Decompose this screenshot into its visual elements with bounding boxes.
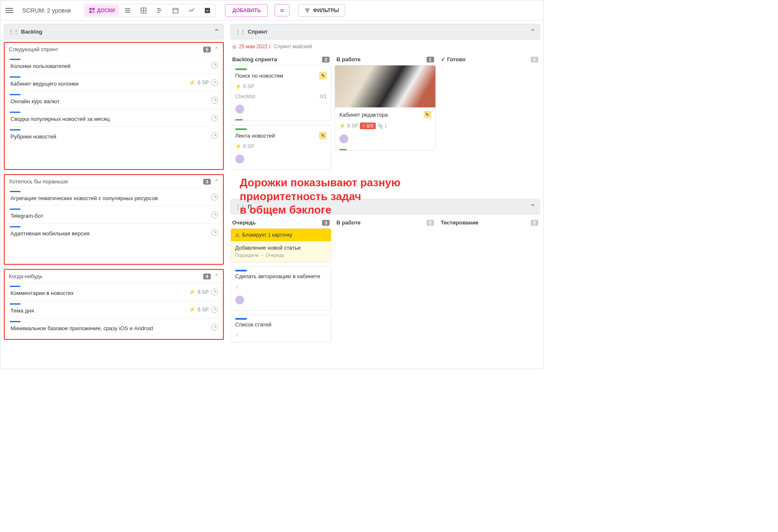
sp-value: 8 SP bbox=[198, 289, 209, 295]
add-options-button[interactable] bbox=[275, 4, 290, 17]
list-item[interactable]: Рубрики новостей bbox=[5, 126, 223, 144]
avatar[interactable] bbox=[339, 134, 348, 143]
attachment-badge: 📎1 bbox=[377, 123, 387, 129]
bolt-icon: ⚡ bbox=[235, 83, 241, 89]
list-item[interactable]: Агрегация тематических новостей с популя… bbox=[5, 188, 223, 206]
kanban-card[interactable]: Кабинет редактора✎ ⚡8 SP ⑂0/3 📎1 bbox=[335, 65, 435, 151]
group-count: 3 bbox=[203, 179, 211, 185]
clock-icon bbox=[211, 132, 218, 139]
sp-value: 8 SP bbox=[347, 123, 358, 129]
avatar[interactable] bbox=[235, 295, 244, 305]
filter-button[interactable]: ФИЛЬТРЫ bbox=[298, 4, 345, 17]
sprint-meta: ◎ 25 мая 2022 г. Спринт майский bbox=[231, 42, 540, 54]
priority-bar bbox=[10, 191, 21, 192]
bolt-icon: ⚡ bbox=[235, 143, 241, 149]
group-header[interactable]: Хотелось бы пораньше 3 ⌃ bbox=[5, 175, 223, 188]
pipeline-header[interactable]: ⋮⋮ П ⌃ bbox=[231, 199, 540, 214]
card-title: Список статей bbox=[235, 321, 271, 328]
list-item[interactable]: Минимальное базовое приложение, сразу iO… bbox=[5, 318, 223, 336]
collapse-icon[interactable]: ⌃ bbox=[530, 28, 535, 36]
clock-icon bbox=[211, 289, 218, 295]
svg-rect-6 bbox=[125, 12, 130, 13]
group-title: Когда-нибудь bbox=[9, 273, 42, 279]
group-header[interactable]: Когда-нибудь 4 ⌃ bbox=[5, 270, 223, 283]
backlog-panel: ⋮⋮ Backlog ⌃ Следующий спринт 5 ⌃ Колонк… bbox=[0, 21, 227, 369]
clock-icon bbox=[211, 194, 218, 201]
column-header[interactable]: В работе 1 bbox=[335, 54, 435, 65]
edit-icon[interactable]: ✎ bbox=[424, 111, 431, 118]
view-grid[interactable] bbox=[136, 5, 151, 16]
col-sprint-backlog: Backlog спринта 2 Поиск по новостям✎ ⚡8 … bbox=[231, 54, 331, 174]
card-title: Поиск по новостям bbox=[235, 73, 283, 79]
check-icon: ✓ bbox=[441, 56, 445, 63]
collapse-icon[interactable]: ⌃ bbox=[214, 28, 219, 36]
list-item[interactable]: Кабинет ведущего колонки⚡6 SP bbox=[5, 73, 223, 91]
drag-handle-icon[interactable]: ⋮⋮ bbox=[235, 29, 245, 35]
card-title: Рубрики новостей bbox=[10, 133, 56, 140]
column-header[interactable]: В работе 0 bbox=[335, 217, 435, 228]
card-image bbox=[335, 65, 435, 107]
column-count: 0 bbox=[531, 220, 538, 226]
chevron-up-icon[interactable]: ⌃ bbox=[214, 178, 219, 185]
list-item[interactable]: Сводка популярных новостей за месяц bbox=[5, 109, 223, 126]
priority-bar bbox=[10, 209, 21, 210]
list-item[interactable]: Telegram-бот bbox=[5, 206, 223, 223]
avatar[interactable] bbox=[235, 154, 244, 164]
column-title: Тестирование bbox=[441, 219, 479, 226]
list-item[interactable]: Колонки пользователей bbox=[5, 56, 223, 73]
archive-icon bbox=[204, 8, 210, 13]
kanban-card[interactable]: Поиск по новостям✎ ⚡8 SP Checklist0/1 bbox=[231, 65, 331, 121]
column-count: 2 bbox=[322, 57, 330, 63]
backlog-group-someday: Когда-нибудь 4 ⌃ Комментарии в новостях⚡… bbox=[4, 269, 224, 340]
column-title: Очередь bbox=[232, 219, 256, 226]
view-calendar[interactable] bbox=[168, 5, 183, 16]
list-item[interactable]: Тема дня⚡6 SP bbox=[5, 300, 223, 318]
menu-icon[interactable] bbox=[5, 5, 16, 16]
kanban-card[interactable]: Сделать авторизацию в кабинете ⑂ bbox=[231, 266, 331, 310]
kanban-card[interactable]: Список статей ⑂ bbox=[231, 315, 331, 342]
kanban-card[interactable]: Лента новостей✎ ⚡6 SP bbox=[231, 125, 331, 170]
svg-rect-10 bbox=[157, 8, 161, 9]
column-header[interactable]: ✓ Готово 0 bbox=[439, 54, 540, 65]
add-button[interactable]: ДОБАВИТЬ bbox=[225, 4, 268, 17]
column-header[interactable]: Backlog спринта 2 bbox=[231, 54, 331, 65]
sp-value: 6 SP bbox=[198, 80, 209, 86]
view-chart[interactable] bbox=[184, 5, 199, 16]
view-list[interactable] bbox=[120, 5, 135, 16]
progress-bar bbox=[339, 149, 347, 150]
progress-bar bbox=[235, 119, 243, 120]
priority-bar bbox=[10, 303, 21, 305]
backlog-header[interactable]: ⋮⋮ Backlog ⌃ bbox=[4, 24, 224, 39]
list-icon bbox=[125, 8, 131, 13]
avatar[interactable] bbox=[235, 104, 244, 114]
list-item[interactable]: Адаптивная мобильная версия bbox=[5, 223, 223, 241]
group-title: Хотелось бы пораньше bbox=[9, 178, 68, 185]
chevron-up-icon[interactable]: ⌃ bbox=[214, 46, 219, 52]
group-header[interactable]: Следующий спринт 5 ⌃ bbox=[5, 43, 223, 56]
column-header[interactable]: Тестирование 0 bbox=[439, 217, 540, 228]
bolt-icon: ⚡ bbox=[189, 307, 195, 313]
drag-handle-icon[interactable]: ⋮⋮ bbox=[235, 203, 245, 210]
svg-rect-3 bbox=[92, 10, 94, 13]
card-title: Кабинет ведущего колонки bbox=[10, 81, 79, 87]
drag-handle-icon[interactable]: ⋮⋮ bbox=[8, 29, 18, 35]
priority-bar bbox=[10, 286, 21, 287]
column-count: 0 bbox=[427, 220, 434, 226]
collapse-icon[interactable]: ⌃ bbox=[530, 203, 535, 211]
chevron-up-icon[interactable]: ⌃ bbox=[214, 273, 219, 279]
backlog-group-next-sprint: Следующий спринт 5 ⌃ Колонки пользовател… bbox=[4, 42, 224, 170]
card-subtitle: Подзадачи → Очередь bbox=[231, 253, 331, 262]
sprint-header[interactable]: ⋮⋮ Спринт ⌃ bbox=[231, 24, 540, 39]
list-item[interactable]: Комментарии в новостях⚡8 SP bbox=[5, 283, 223, 300]
column-header[interactable]: Очередь 3 bbox=[231, 217, 331, 228]
view-boards[interactable]: ДОСКИ bbox=[85, 5, 119, 16]
card-title: Сводка популярных новостей за месяц bbox=[10, 116, 110, 122]
kanban-card-blocking[interactable]: ⚠Блокирует 1 карточку Добавление новой с… bbox=[231, 228, 331, 262]
edit-icon[interactable]: ✎ bbox=[319, 72, 327, 79]
view-gantt[interactable] bbox=[152, 5, 167, 16]
view-archive[interactable] bbox=[200, 5, 215, 16]
clock-icon bbox=[211, 324, 218, 331]
list-item[interactable]: Онлайн курс валют bbox=[5, 91, 223, 109]
edit-icon[interactable]: ✎ bbox=[319, 132, 327, 139]
toolbar: SCRUM: 2 уровня ДОСКИ ДОБАВИТЬ ФИЛЬТРЫ bbox=[0, 0, 543, 21]
